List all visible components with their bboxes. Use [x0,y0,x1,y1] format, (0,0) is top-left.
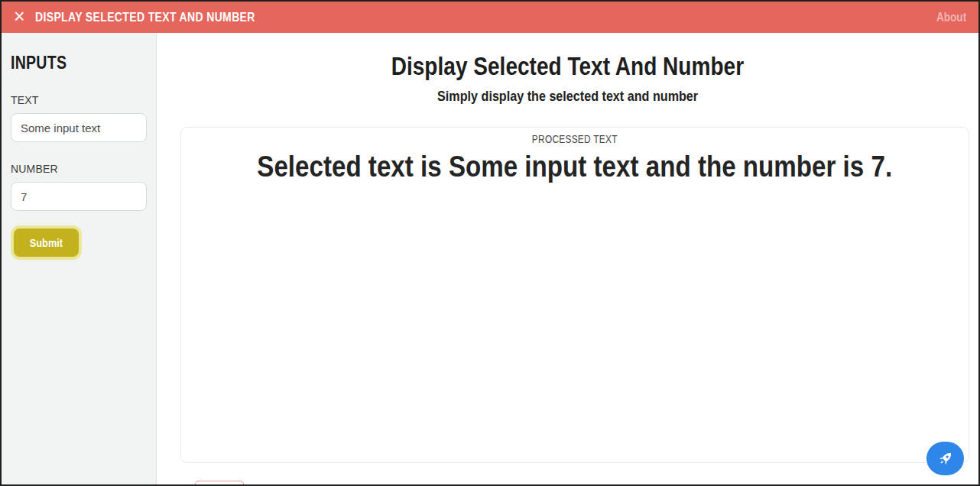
cutoff-button-partial[interactable] [195,481,244,484]
sidebar-title: INPUTS [11,53,147,73]
rocket-icon [937,450,954,467]
text-input[interactable] [11,113,147,142]
page-subtitle: Simply display the selected text and num… [157,88,978,105]
number-input[interactable] [11,182,147,211]
processed-text-label: PROCESSED TEXT [181,133,969,145]
close-icon[interactable]: × [14,7,25,26]
submit-button[interactable]: Submit [14,228,79,257]
rocket-button[interactable] [926,442,964,475]
content-area: INPUTS TEXT NUMBER Submit Display Select… [2,33,978,484]
inputs-sidebar: INPUTS TEXT NUMBER Submit [2,33,157,484]
processed-text-panel: PROCESSED TEXT Selected text is Some inp… [180,127,969,463]
submit-button-label: Submit [30,236,63,249]
text-field-label: TEXT [11,94,147,106]
processed-text-value: Selected text is Some input text and the… [181,150,969,183]
page-title: Display Selected Text And Number [157,52,978,81]
number-field-label: NUMBER [11,163,147,175]
app-title: DISPLAY SELECTED TEXT AND NUMBER [35,10,255,24]
about-label: About [936,11,966,24]
main-panel: Display Selected Text And Number Simply … [157,33,978,484]
header-bar: × DISPLAY SELECTED TEXT AND NUMBER About [2,2,978,33]
about-link[interactable]: About [931,11,966,24]
